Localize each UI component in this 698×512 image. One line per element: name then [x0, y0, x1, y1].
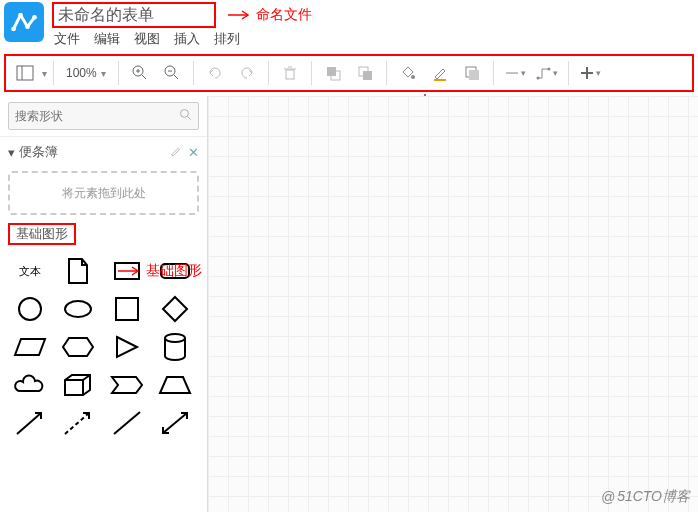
svg-rect-24	[469, 70, 479, 80]
svg-point-26	[537, 77, 540, 80]
shape-cube[interactable]	[58, 369, 98, 401]
shape-rect[interactable]	[107, 293, 147, 325]
redo-button[interactable]	[232, 59, 262, 87]
drawing-canvas[interactable]	[208, 96, 698, 512]
close-icon[interactable]: ✕	[188, 145, 199, 160]
watermark: @51CTO博客	[601, 488, 690, 506]
svg-line-52	[163, 413, 187, 433]
svg-line-51	[114, 412, 140, 434]
zoom-out-button[interactable]	[157, 59, 187, 87]
svg-rect-14	[286, 70, 294, 79]
shape-bidirectional-arrow[interactable]	[155, 407, 195, 439]
svg-point-27	[548, 68, 551, 71]
menubar: 文件 编辑 视图 插入 排列	[52, 30, 240, 48]
shape-hexagon[interactable]	[58, 331, 98, 363]
svg-marker-41	[117, 337, 137, 357]
to-back-button[interactable]	[350, 59, 380, 87]
zoom-in-button[interactable]	[125, 59, 155, 87]
svg-marker-39	[15, 339, 45, 355]
shape-diamond[interactable]	[155, 293, 195, 325]
shape-text[interactable]: 文本	[10, 255, 50, 287]
shape-cylinder[interactable]	[155, 331, 195, 363]
svg-point-21	[411, 75, 415, 79]
undo-button[interactable]	[200, 59, 230, 87]
svg-line-49	[17, 413, 41, 434]
document-title[interactable]: 未命名的表单	[52, 2, 216, 28]
edit-icon[interactable]	[170, 145, 182, 160]
zoom-dropdown[interactable]: 100%▾	[60, 66, 112, 80]
chevron-down-icon: ▾	[8, 145, 15, 160]
insert-button[interactable]: ▾	[575, 59, 605, 87]
shape-parallelogram[interactable]	[10, 331, 50, 363]
svg-marker-40	[63, 338, 93, 356]
connection-style-button[interactable]: ▾	[500, 59, 530, 87]
shape-line[interactable]	[107, 407, 147, 439]
scratchpad-panel-header[interactable]: ▾ 便条簿 ✕	[0, 136, 207, 167]
annotation-rename: 命名文件	[228, 6, 312, 24]
menu-edit[interactable]: 编辑	[94, 30, 120, 48]
shape-cloud[interactable]	[10, 369, 50, 401]
svg-point-1	[18, 13, 23, 18]
shape-trapezoid[interactable]	[155, 369, 195, 401]
svg-marker-38	[163, 297, 187, 321]
scratchpad-dropzone[interactable]: 将元素拖到此处	[8, 171, 199, 215]
sidebar-toggle-button[interactable]	[10, 59, 40, 87]
search-input[interactable]	[8, 102, 199, 130]
scratchpad-label: 便条簿	[19, 143, 58, 161]
svg-marker-47	[112, 377, 142, 393]
shape-dashed-arrow[interactable]	[58, 407, 98, 439]
svg-point-35	[19, 298, 41, 320]
menu-view[interactable]: 视图	[134, 30, 160, 48]
waypoints-button[interactable]: ▾	[532, 59, 562, 87]
svg-rect-37	[116, 298, 138, 320]
fill-color-button[interactable]	[393, 59, 423, 87]
svg-marker-48	[160, 377, 190, 393]
svg-point-31	[181, 110, 189, 118]
shape-line-arrow[interactable]	[10, 407, 50, 439]
line-color-button[interactable]	[425, 59, 455, 87]
shape-triangle[interactable]	[107, 331, 147, 363]
search-shapes	[8, 102, 199, 130]
svg-rect-5	[17, 66, 33, 80]
menu-arrange[interactable]: 排列	[214, 30, 240, 48]
svg-point-3	[32, 15, 37, 20]
shape-circle[interactable]	[10, 293, 50, 325]
svg-point-36	[65, 301, 91, 317]
svg-point-42	[165, 334, 185, 342]
menu-file[interactable]: 文件	[54, 30, 80, 48]
svg-line-8	[142, 75, 146, 79]
svg-line-12	[174, 75, 178, 79]
sidebar: ▾ 便条簿 ✕ 将元素拖到此处 基础图形 文本	[0, 96, 208, 512]
basic-shapes-header[interactable]: 基础图形	[8, 223, 199, 245]
shadow-button[interactable]	[457, 59, 487, 87]
svg-line-32	[188, 117, 191, 120]
shape-step[interactable]	[107, 369, 147, 401]
search-icon[interactable]	[179, 108, 193, 125]
svg-point-0	[11, 27, 16, 32]
to-front-button[interactable]	[318, 59, 348, 87]
toolbar: ▾ 100%▾ ▾ ▾ ▾	[4, 54, 694, 92]
svg-line-50	[65, 413, 89, 434]
header: 未命名的表单 文件 编辑 视图 插入 排列	[0, 0, 698, 48]
app-logo	[4, 2, 44, 42]
at-icon: @	[601, 489, 615, 505]
menu-insert[interactable]: 插入	[174, 30, 200, 48]
annotation-basic-shapes: 基础图形	[118, 262, 202, 280]
delete-button[interactable]	[275, 59, 305, 87]
svg-point-2	[25, 24, 30, 29]
shape-ellipse[interactable]	[58, 293, 98, 325]
shape-page[interactable]	[58, 255, 98, 287]
